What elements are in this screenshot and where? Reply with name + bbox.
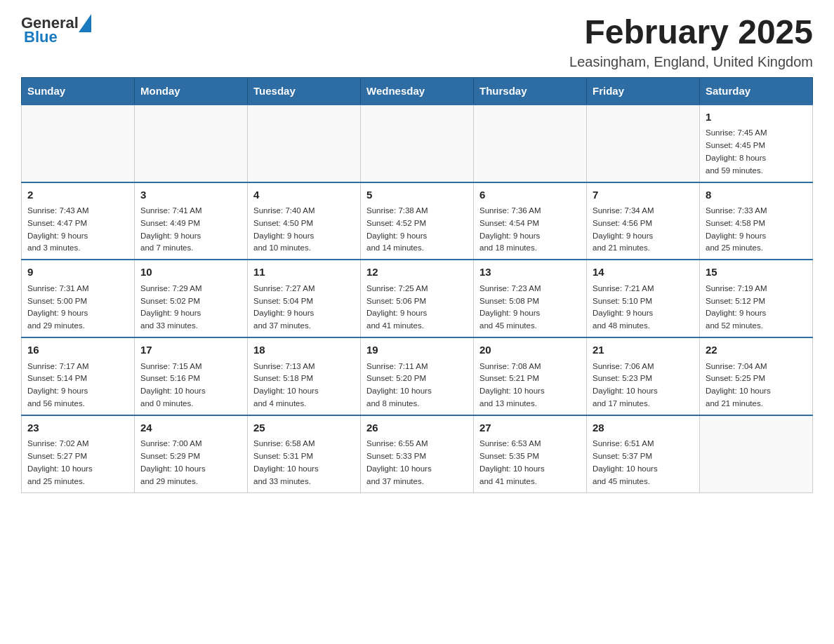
day-number: 21 (593, 342, 694, 358)
day-number: 5 (366, 187, 468, 203)
calendar-cell: 25Sunrise: 6:58 AM Sunset: 5:31 PM Dayli… (248, 415, 361, 492)
calendar-cell: 23Sunrise: 7:02 AM Sunset: 5:27 PM Dayli… (22, 415, 135, 492)
day-number: 22 (706, 342, 807, 358)
day-number: 4 (253, 187, 355, 203)
day-number: 11 (253, 264, 355, 281)
calendar-cell: 1Sunrise: 7:45 AM Sunset: 4:45 PM Daylig… (700, 105, 813, 182)
calendar-cell: 6Sunrise: 7:36 AM Sunset: 4:54 PM Daylig… (474, 182, 587, 260)
day-info: Sunrise: 7:45 AM Sunset: 4:45 PM Dayligh… (706, 127, 807, 177)
svg-marker-0 (79, 14, 91, 32)
page-title: February 2025 (569, 14, 813, 51)
calendar-cell: 16Sunrise: 7:17 AM Sunset: 5:14 PM Dayli… (22, 337, 135, 415)
calendar-cell (22, 105, 135, 182)
calendar-cell: 5Sunrise: 7:38 AM Sunset: 4:52 PM Daylig… (361, 182, 474, 260)
day-info: Sunrise: 7:29 AM Sunset: 5:02 PM Dayligh… (140, 283, 241, 333)
calendar-cell: 11Sunrise: 7:27 AM Sunset: 5:04 PM Dayli… (248, 260, 361, 337)
day-info: Sunrise: 7:11 AM Sunset: 5:20 PM Dayligh… (366, 361, 468, 410)
day-info: Sunrise: 7:36 AM Sunset: 4:54 PM Dayligh… (479, 205, 581, 255)
header-row: Sunday Monday Tuesday Wednesday Thursday… (22, 77, 813, 105)
page-header: General Blue February 2025 Leasingham, E… (21, 14, 813, 70)
day-number: 9 (27, 264, 128, 281)
calendar-cell: 22Sunrise: 7:04 AM Sunset: 5:25 PM Dayli… (700, 337, 813, 415)
calendar-cell (474, 105, 587, 182)
day-info: Sunrise: 7:41 AM Sunset: 4:49 PM Dayligh… (140, 205, 241, 255)
page-subtitle: Leasingham, England, United Kingdom (569, 54, 813, 70)
day-info: Sunrise: 7:08 AM Sunset: 5:21 PM Dayligh… (479, 361, 581, 410)
day-number: 26 (366, 420, 468, 436)
day-info: Sunrise: 7:15 AM Sunset: 5:16 PM Dayligh… (140, 361, 241, 410)
calendar-cell (700, 415, 813, 492)
calendar-cell: 10Sunrise: 7:29 AM Sunset: 5:02 PM Dayli… (135, 260, 248, 337)
day-info: Sunrise: 7:02 AM Sunset: 5:27 PM Dayligh… (27, 438, 128, 488)
day-number: 2 (27, 187, 128, 203)
calendar-cell: 8Sunrise: 7:33 AM Sunset: 4:58 PM Daylig… (700, 182, 813, 260)
day-info: Sunrise: 6:58 AM Sunset: 5:31 PM Dayligh… (253, 438, 355, 488)
calendar-cell: 12Sunrise: 7:25 AM Sunset: 5:06 PM Dayli… (361, 260, 474, 337)
calendar-header: Sunday Monday Tuesday Wednesday Thursday… (22, 77, 813, 105)
calendar-week-2: 9Sunrise: 7:31 AM Sunset: 5:00 PM Daylig… (22, 260, 813, 337)
day-number: 8 (706, 187, 807, 203)
day-number: 16 (27, 342, 128, 358)
logo-blue: Blue (24, 28, 58, 46)
col-saturday: Saturday (700, 77, 813, 105)
day-number: 23 (27, 420, 128, 436)
day-info: Sunrise: 6:53 AM Sunset: 5:35 PM Dayligh… (479, 438, 581, 488)
day-number: 3 (140, 187, 241, 203)
calendar-cell: 14Sunrise: 7:21 AM Sunset: 5:10 PM Dayli… (587, 260, 700, 337)
day-info: Sunrise: 7:00 AM Sunset: 5:29 PM Dayligh… (140, 438, 241, 488)
calendar-cell: 9Sunrise: 7:31 AM Sunset: 5:00 PM Daylig… (22, 260, 135, 337)
day-info: Sunrise: 7:19 AM Sunset: 5:12 PM Dayligh… (706, 283, 807, 333)
calendar-cell: 13Sunrise: 7:23 AM Sunset: 5:08 PM Dayli… (474, 260, 587, 337)
col-friday: Friday (587, 77, 700, 105)
col-monday: Monday (135, 77, 248, 105)
day-number: 12 (366, 264, 468, 281)
calendar-cell: 28Sunrise: 6:51 AM Sunset: 5:37 PM Dayli… (587, 415, 700, 492)
calendar-body: 1Sunrise: 7:45 AM Sunset: 4:45 PM Daylig… (22, 105, 813, 492)
day-info: Sunrise: 7:25 AM Sunset: 5:06 PM Dayligh… (366, 283, 468, 333)
day-number: 19 (366, 342, 468, 358)
calendar-cell: 19Sunrise: 7:11 AM Sunset: 5:20 PM Dayli… (361, 337, 474, 415)
calendar-week-1: 2Sunrise: 7:43 AM Sunset: 4:47 PM Daylig… (22, 182, 813, 260)
calendar-cell: 20Sunrise: 7:08 AM Sunset: 5:21 PM Dayli… (474, 337, 587, 415)
calendar-cell (135, 105, 248, 182)
day-info: Sunrise: 7:31 AM Sunset: 5:00 PM Dayligh… (27, 283, 128, 333)
calendar-week-0: 1Sunrise: 7:45 AM Sunset: 4:45 PM Daylig… (22, 105, 813, 182)
day-info: Sunrise: 7:06 AM Sunset: 5:23 PM Dayligh… (593, 361, 694, 410)
day-info: Sunrise: 7:33 AM Sunset: 4:58 PM Dayligh… (706, 205, 807, 255)
calendar-cell: 24Sunrise: 7:00 AM Sunset: 5:29 PM Dayli… (135, 415, 248, 492)
day-number: 28 (593, 420, 694, 436)
calendar-cell: 3Sunrise: 7:41 AM Sunset: 4:49 PM Daylig… (135, 182, 248, 260)
day-number: 20 (479, 342, 581, 358)
day-info: Sunrise: 7:43 AM Sunset: 4:47 PM Dayligh… (27, 205, 128, 255)
day-info: Sunrise: 7:04 AM Sunset: 5:25 PM Dayligh… (706, 361, 807, 410)
day-info: Sunrise: 7:27 AM Sunset: 5:04 PM Dayligh… (253, 283, 355, 333)
day-number: 7 (593, 187, 694, 203)
col-sunday: Sunday (22, 77, 135, 105)
day-number: 24 (140, 420, 241, 436)
calendar-cell (248, 105, 361, 182)
calendar-cell: 7Sunrise: 7:34 AM Sunset: 4:56 PM Daylig… (587, 182, 700, 260)
calendar-cell: 18Sunrise: 7:13 AM Sunset: 5:18 PM Dayli… (248, 337, 361, 415)
logo-triangle-icon (79, 14, 91, 32)
day-info: Sunrise: 7:13 AM Sunset: 5:18 PM Dayligh… (253, 361, 355, 410)
day-info: Sunrise: 7:23 AM Sunset: 5:08 PM Dayligh… (479, 283, 581, 333)
day-number: 17 (140, 342, 241, 358)
calendar-cell: 21Sunrise: 7:06 AM Sunset: 5:23 PM Dayli… (587, 337, 700, 415)
calendar-table: Sunday Monday Tuesday Wednesday Thursday… (21, 77, 813, 493)
calendar-week-3: 16Sunrise: 7:17 AM Sunset: 5:14 PM Dayli… (22, 337, 813, 415)
col-wednesday: Wednesday (361, 77, 474, 105)
calendar-cell: 2Sunrise: 7:43 AM Sunset: 4:47 PM Daylig… (22, 182, 135, 260)
calendar-cell: 4Sunrise: 7:40 AM Sunset: 4:50 PM Daylig… (248, 182, 361, 260)
day-info: Sunrise: 7:17 AM Sunset: 5:14 PM Dayligh… (27, 361, 128, 410)
day-number: 6 (479, 187, 581, 203)
calendar-cell: 26Sunrise: 6:55 AM Sunset: 5:33 PM Dayli… (361, 415, 474, 492)
calendar-week-4: 23Sunrise: 7:02 AM Sunset: 5:27 PM Dayli… (22, 415, 813, 492)
calendar-cell: 27Sunrise: 6:53 AM Sunset: 5:35 PM Dayli… (474, 415, 587, 492)
calendar-cell (587, 105, 700, 182)
day-number: 14 (593, 264, 694, 281)
day-number: 15 (706, 264, 807, 281)
calendar-cell: 17Sunrise: 7:15 AM Sunset: 5:16 PM Dayli… (135, 337, 248, 415)
col-thursday: Thursday (474, 77, 587, 105)
day-info: Sunrise: 6:51 AM Sunset: 5:37 PM Dayligh… (593, 438, 694, 488)
day-info: Sunrise: 7:38 AM Sunset: 4:52 PM Dayligh… (366, 205, 468, 255)
